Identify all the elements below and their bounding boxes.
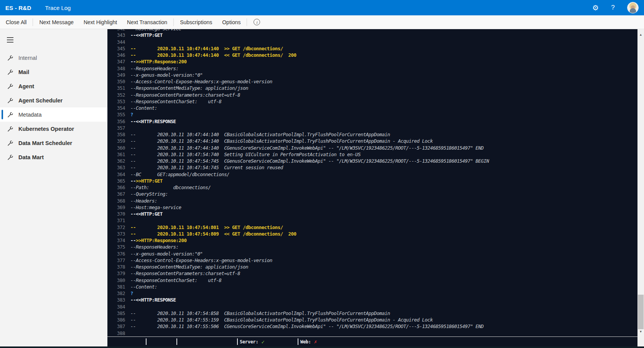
- line-number: 364: [117, 171, 127, 178]
- line-number: 384: [117, 303, 127, 310]
- line-number: 378: [117, 264, 127, 270]
- log-line: 366--Path: dbconnections/: [117, 184, 637, 191]
- subscriptions-button[interactable]: Subscriptions: [175, 15, 217, 29]
- log-line: 368--Headers:: [117, 198, 637, 204]
- next-transaction-button[interactable]: Next Transaction: [122, 15, 172, 29]
- log-line: 346-- 2020.10.11 10:47:44:140 << GET /db…: [117, 52, 637, 58]
- sidebar-item-data-mart-scheduler[interactable]: Data Mart Scheduler: [0, 136, 107, 150]
- log-text: --ResponseContentMediaType: application/…: [130, 264, 248, 270]
- sidebar-item-agent[interactable]: Agent: [0, 79, 107, 93]
- log-line: 372-- 2020.10.11 10:47:54:801 >> GET /db…: [117, 224, 637, 231]
- toolbar-separator: [247, 18, 247, 26]
- log-text: -- 2020.10.11 10:47:54:801 >> GET /dbcon…: [130, 224, 283, 231]
- line-number: 375: [117, 244, 127, 250]
- sidebar-item-mail[interactable]: Mail: [0, 65, 107, 79]
- trace-log-panel[interactable]: 342--Host:mega-service343--<<HTTP:GET344…: [107, 29, 637, 346]
- line-number: 382: [117, 290, 127, 297]
- line-number: 387: [117, 323, 127, 330]
- sidebar: Internal Mail Agent Agent Scheduler Meta…: [0, 29, 107, 346]
- log-text: --Content:: [130, 105, 157, 111]
- log-line: 342--Host:mega-service: [117, 29, 637, 32]
- settings-gear-icon[interactable]: ⚙: [592, 4, 599, 12]
- wrench-icon: [7, 111, 14, 118]
- line-number: 367: [117, 191, 127, 197]
- log-line: 354--Content:: [117, 105, 637, 111]
- sidebar-item-label: Mail: [18, 69, 29, 75]
- wrench-icon: [7, 140, 14, 147]
- log-line: 380--ResponseContentCharSet: utf-8: [117, 277, 637, 284]
- info-button[interactable]: i: [254, 19, 260, 25]
- log-line: 363-- 2020.10.11 10:47:54:745 Current se…: [117, 164, 637, 171]
- log-line: 374-->>HTTP:Response:200: [117, 237, 637, 244]
- line-number: 383: [117, 297, 127, 303]
- log-text: --Path: dbconnections/: [130, 184, 211, 191]
- web-fail-cross-icon: ✗: [314, 339, 317, 345]
- log-text: --ResponseContentCharSet: utf-8: [130, 98, 221, 105]
- app-header: ES - R&D Trace Log ⚙ ?: [0, 0, 644, 15]
- app-window: ES - R&D Trace Log ⚙ ? Close All Next Me…: [0, 0, 644, 348]
- log-text: --QueryString:: [130, 191, 168, 197]
- scrollbar-thumb[interactable]: [638, 295, 644, 329]
- next-message-button[interactable]: Next Message: [34, 15, 78, 29]
- log-scroll-area[interactable]: 342--Host:mega-service343--<<HTTP:GET344…: [107, 29, 637, 336]
- main-area: Internal Mail Agent Agent Scheduler Meta…: [0, 29, 644, 346]
- server-status-label: Server:: [240, 339, 258, 345]
- line-number: 351: [117, 85, 127, 91]
- log-line: 349--x-genus-model-version:"0": [117, 72, 637, 78]
- sidebar-item-data-mart[interactable]: Data Mart: [0, 150, 107, 164]
- line-number: 371: [117, 217, 127, 224]
- sidebar-item-label: Data Mart: [18, 154, 44, 160]
- log-text: --Headers:: [130, 198, 157, 204]
- log-vertical-scrollbar[interactable]: ▲ ▼: [637, 29, 644, 346]
- log-text: -- 2020.10.11 10:47:44:140 >> GET /dbcon…: [130, 45, 283, 52]
- log-line: 388: [117, 330, 637, 336]
- selected-indicator: [2, 110, 3, 119]
- log-text: -- 2020.10.11 10:47:44:140 CBasicGlobals…: [130, 138, 433, 144]
- scrollbar-down-arrow-icon[interactable]: ▼: [637, 328, 644, 335]
- log-line: 370--<<HTTP:GET: [117, 211, 637, 217]
- toolbar: Close All Next Message Next Highlight Ne…: [0, 15, 644, 29]
- log-line: 383--<<HTTP:RESPONSE: [117, 297, 637, 303]
- log-line: 351--ResponseContentMediaType: applicati…: [117, 85, 637, 91]
- log-text: --Access-Control-Expose-Headers:x-genus-…: [130, 78, 272, 85]
- scrollbar-up-arrow-icon[interactable]: ▲: [637, 31, 644, 38]
- log-text: --<<HTTP:GET: [130, 32, 163, 38]
- page-title: Trace Log: [45, 5, 71, 11]
- web-status: Web: ✗: [298, 338, 317, 345]
- line-number: 345: [117, 45, 127, 52]
- options-button[interactable]: Options: [217, 15, 245, 29]
- sidebar-item-internal[interactable]: Internal: [0, 51, 107, 65]
- close-all-button[interactable]: Close All: [1, 15, 31, 29]
- log-line: 345-- 2020.10.11 10:47:44:140 >> GET /db…: [117, 45, 637, 52]
- wrench-icon: [7, 154, 14, 161]
- log-text: --<<HTTP:GET: [130, 211, 163, 217]
- help-icon[interactable]: ?: [610, 4, 616, 12]
- sidebar-item-metadata[interactable]: Metadata: [0, 107, 107, 122]
- log-line: 364--BC GET:appmodel/dbconnections/: [117, 171, 637, 178]
- log-text: --x-genus-model-version:"0": [130, 251, 203, 257]
- line-number: 353: [117, 98, 127, 105]
- log-line: 359-- 2020.10.11 10:47:44:140 CBasicGlob…: [117, 138, 637, 144]
- line-number: 379: [117, 270, 127, 277]
- line-number: 349: [117, 72, 127, 78]
- hamburger-menu-icon[interactable]: [0, 34, 17, 45]
- log-line: 377--Access-Control-Expose-Headers:x-gen…: [117, 257, 637, 264]
- log-line: 382?: [117, 290, 637, 297]
- log-text: -- 2020.10.11 10:47:54:745 CGenusCoreSer…: [130, 158, 489, 164]
- log-line: 379--ResponseContentParameters:charset=u…: [117, 270, 637, 277]
- app-title: ES - R&D: [5, 5, 31, 11]
- log-line: 343--<<HTTP:GET: [117, 32, 637, 38]
- log-text: -- 2020.10.11 10:47:44:140 CGenusCoreSer…: [130, 145, 484, 151]
- sidebar-item-kubernetes-operator[interactable]: Kubernetes Operator: [0, 122, 107, 136]
- user-avatar[interactable]: [627, 2, 639, 13]
- window-bottom-edge: [0, 346, 644, 348]
- sidebar-item-agent-scheduler[interactable]: Agent Scheduler: [0, 93, 107, 107]
- line-number: 350: [117, 78, 127, 85]
- log-text: --ResponseContentMediaType: application/…: [130, 85, 248, 91]
- log-line: 371: [117, 217, 637, 224]
- log-text: --Access-Control-Expose-Headers:x-genus-…: [130, 257, 272, 264]
- next-highlight-button[interactable]: Next Highlight: [79, 15, 122, 29]
- log-text: ?: [130, 290, 133, 297]
- line-number: 347: [117, 58, 127, 65]
- line-number: 365: [117, 178, 127, 184]
